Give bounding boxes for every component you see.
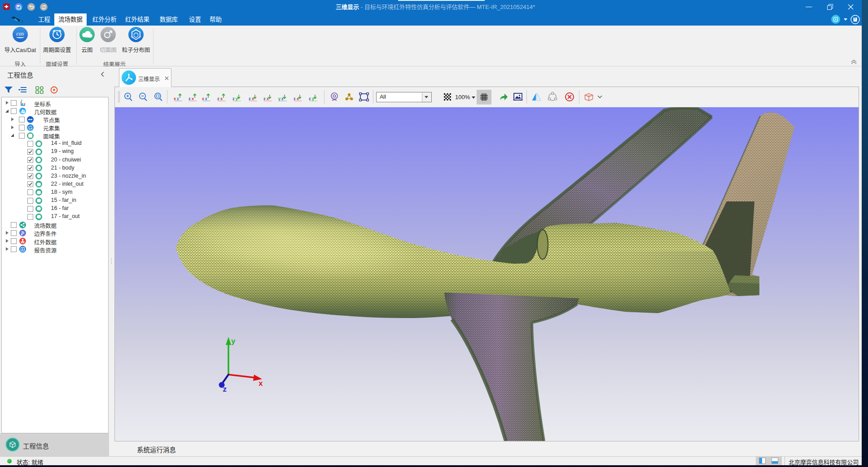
svg-text:z: z bbox=[22, 102, 23, 105]
svg-text:z: z bbox=[217, 96, 219, 101]
svg-text:x: x bbox=[202, 96, 204, 101]
svg-text:z: z bbox=[223, 386, 227, 394]
svg-text:x: x bbox=[192, 96, 194, 101]
svg-text:z: z bbox=[309, 96, 311, 101]
svg-text:z: z bbox=[249, 96, 251, 101]
svg-text:y: y bbox=[278, 96, 281, 101]
svg-text:Y: Y bbox=[21, 100, 22, 102]
svg-text:x: x bbox=[24, 102, 26, 105]
svg-text:z: z bbox=[232, 96, 235, 101]
svg-text:z: z bbox=[177, 96, 179, 101]
svg-text:z: z bbox=[205, 96, 207, 101]
svg-text:y: y bbox=[231, 338, 236, 346]
svg-text:z: z bbox=[263, 96, 266, 101]
svg-text:x: x bbox=[174, 96, 176, 101]
svg-text:x: x bbox=[220, 96, 223, 101]
svg-text:x: x bbox=[259, 380, 263, 388]
svg-text:z: z bbox=[189, 96, 191, 101]
svg-text:z: z bbox=[294, 96, 296, 101]
